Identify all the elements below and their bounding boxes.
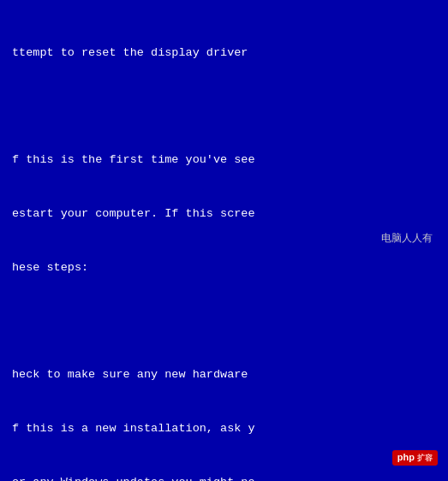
bsod-line-7: f this is a new installation, ask y [12,420,436,438]
bsod-line-5 [12,313,436,331]
bsod-content: ttempt to reset the display driver f thi… [12,9,436,481]
bsod-line-3: estart your computer. If this scree [12,205,436,223]
php-badge: php 扩容 [392,450,438,466]
watermark: 电脑人人有 [381,231,433,246]
bsod-line-2: f this is the first time you've see [12,151,436,169]
php-badge-text: php [397,452,415,462]
php-badge-sub: 扩容 [417,454,433,462]
bsod-line-6: heck to make sure any new hardware [12,366,436,384]
bsod-line-4: hese steps: [12,259,436,277]
bsod-line-1 [12,98,436,116]
bsod-screen: ttempt to reset the display driver f thi… [0,0,448,481]
bsod-line-8: or any Windows updates you might ne [12,474,436,481]
bsod-line-0: ttempt to reset the display driver [12,45,436,62]
